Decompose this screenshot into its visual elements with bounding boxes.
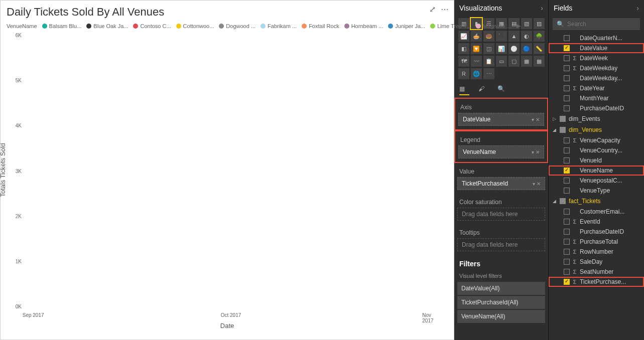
checkbox-icon[interactable] bbox=[564, 249, 570, 255]
field-item[interactable]: ΣDateYear bbox=[549, 83, 644, 93]
viz-type-icon[interactable]: 🔽 bbox=[471, 43, 482, 54]
checkbox-icon[interactable] bbox=[564, 259, 570, 265]
filter-item[interactable]: DateValue(All) bbox=[457, 282, 545, 295]
checkbox-icon[interactable] bbox=[564, 157, 570, 163]
viz-type-icon[interactable]: ⋯ bbox=[483, 68, 494, 79]
legend-item[interactable]: Hornbeam ... bbox=[344, 23, 383, 29]
checkbox-icon[interactable] bbox=[564, 279, 570, 285]
viz-type-icon[interactable]: ◫ bbox=[483, 43, 494, 54]
format-tab-icon[interactable]: 🖌 bbox=[478, 85, 488, 95]
viz-type-icon[interactable]: 📋 bbox=[483, 56, 494, 67]
legend-item[interactable]: Fabrikam ... bbox=[261, 23, 297, 29]
checkbox-icon[interactable] bbox=[564, 85, 570, 91]
checkbox-icon[interactable] bbox=[564, 75, 570, 81]
viz-type-icon[interactable]: ▧ bbox=[521, 18, 532, 29]
checkbox-icon[interactable] bbox=[564, 45, 570, 51]
field-item[interactable]: CustomerEmai... bbox=[549, 207, 644, 217]
viz-type-icon[interactable]: 📏 bbox=[534, 43, 545, 54]
viz-type-icon[interactable]: ▦ bbox=[521, 56, 532, 67]
viz-type-icon[interactable]: ▲ bbox=[508, 31, 520, 42]
field-item[interactable]: VenueName bbox=[549, 165, 644, 176]
viz-type-icon[interactable]: ▨ bbox=[534, 18, 545, 29]
checkbox-icon[interactable] bbox=[564, 105, 570, 111]
viz-type-icon[interactable]: ▢ bbox=[508, 56, 520, 67]
legend-item[interactable]: Dogwood ... bbox=[219, 23, 255, 29]
legend-item[interactable]: Lime Tree T... bbox=[430, 23, 470, 29]
fields-tab-icon[interactable]: ▦ bbox=[459, 85, 469, 95]
tooltips-drop[interactable]: Drag data fields here bbox=[457, 238, 545, 251]
viz-type-icon[interactable]: 📊 bbox=[496, 43, 507, 54]
legend-item[interactable]: Foxtail Rock bbox=[302, 23, 339, 29]
field-item[interactable]: ΣVenueCapacity bbox=[549, 135, 644, 145]
legend-item[interactable]: Balsam Blu... bbox=[42, 23, 82, 29]
viz-type-icon[interactable]: 🌐 bbox=[471, 68, 482, 79]
table-item[interactable]: ◢dim_Venues bbox=[549, 124, 644, 135]
field-item[interactable]: ΣEventId bbox=[549, 217, 644, 227]
legend-item[interactable]: Magnolia ... bbox=[476, 23, 511, 29]
viz-type-icon[interactable]: ◧ bbox=[458, 43, 469, 54]
viz-type-icon[interactable]: ⬛ bbox=[496, 31, 507, 42]
checkbox-icon[interactable] bbox=[564, 137, 570, 143]
checkbox-icon[interactable] bbox=[564, 147, 570, 153]
field-item[interactable]: VenueCountry... bbox=[549, 145, 644, 155]
remove-field-icon[interactable]: ▾ ✕ bbox=[532, 117, 540, 122]
field-item[interactable]: ΣTicketPurchase... bbox=[549, 277, 644, 287]
legend-field[interactable]: VenueName▾ ✕ bbox=[458, 145, 544, 158]
legend-item[interactable]: Blue Oak Ja... bbox=[86, 23, 128, 29]
checkbox-icon[interactable] bbox=[564, 65, 570, 71]
checkbox-icon[interactable] bbox=[564, 188, 570, 194]
viz-type-icon[interactable]: 🌳 bbox=[534, 31, 545, 42]
remove-field-icon[interactable]: ▾ ✕ bbox=[533, 181, 541, 187]
collapse-fields-icon[interactable]: › bbox=[636, 4, 639, 12]
checkbox-icon[interactable] bbox=[564, 219, 570, 225]
viz-type-icon[interactable]: 🔵 bbox=[521, 43, 532, 54]
filter-item[interactable]: VenueName(All) bbox=[457, 310, 545, 323]
legend-item[interactable]: Cottonwoo... bbox=[176, 23, 214, 29]
viz-type-icon[interactable]: ⚪ bbox=[508, 43, 520, 54]
field-item[interactable]: VenueType bbox=[549, 186, 644, 196]
table-item[interactable]: ◢fact_Tickets bbox=[549, 196, 644, 207]
viz-type-icon[interactable]: R bbox=[458, 68, 469, 79]
table-item[interactable]: ▷dim_Events bbox=[549, 113, 644, 124]
legend-scroll-right-icon[interactable]: ▶ bbox=[517, 23, 521, 29]
filter-item[interactable]: TicketPurchaseId(All) bbox=[457, 296, 545, 309]
analytics-tab-icon[interactable]: 🔍 bbox=[497, 85, 507, 95]
more-options-icon[interactable]: ⋯ bbox=[441, 5, 449, 14]
checkbox-icon[interactable] bbox=[564, 95, 570, 101]
saturation-drop[interactable]: Drag data fields here bbox=[457, 208, 545, 221]
checkbox-icon[interactable] bbox=[564, 55, 570, 61]
remove-field-icon[interactable]: ▾ ✕ bbox=[532, 149, 540, 155]
legend-item[interactable]: Contoso C... bbox=[133, 23, 171, 29]
field-item[interactable]: PurchaseDateID bbox=[549, 227, 644, 237]
viz-type-icon[interactable]: ◐ bbox=[521, 31, 532, 42]
viz-type-icon[interactable]: 🗺 bbox=[458, 56, 469, 67]
viz-type-icon[interactable]: 🍩 bbox=[483, 31, 494, 42]
checkbox-icon[interactable] bbox=[564, 35, 570, 41]
legend-item[interactable]: Juniper Ja... bbox=[388, 23, 425, 29]
field-item[interactable]: DateWeekday... bbox=[549, 73, 644, 83]
field-item[interactable]: ΣDateWeekday bbox=[549, 63, 644, 73]
field-item[interactable]: ΣPurchaseTotal bbox=[549, 237, 644, 247]
field-item[interactable]: ΣRowNumber bbox=[549, 247, 644, 257]
fields-search[interactable]: 🔍 bbox=[553, 18, 640, 30]
field-item[interactable]: ΣSeatNumber bbox=[549, 267, 644, 277]
field-item[interactable]: MonthYear bbox=[549, 93, 644, 103]
field-item[interactable]: DateQuarterN... bbox=[549, 33, 644, 43]
checkbox-icon[interactable] bbox=[564, 178, 570, 184]
axis-field[interactable]: DateValue▾ ✕ bbox=[458, 113, 544, 126]
viz-type-icon[interactable]: 〰 bbox=[471, 56, 482, 67]
checkbox-icon[interactable] bbox=[564, 209, 570, 215]
value-field[interactable]: TicketPurchaseId▾ ✕ bbox=[457, 177, 545, 190]
checkbox-icon[interactable] bbox=[564, 239, 570, 245]
checkbox-icon[interactable] bbox=[564, 269, 570, 275]
viz-type-icon[interactable]: ▦ bbox=[534, 56, 545, 67]
checkbox-icon[interactable] bbox=[564, 229, 570, 235]
field-item[interactable]: ΣSaleDay bbox=[549, 257, 644, 267]
checkbox-icon[interactable] bbox=[564, 167, 570, 174]
viz-type-icon[interactable]: 🥧 bbox=[471, 31, 482, 42]
field-item[interactable]: VenuepostalC... bbox=[549, 176, 644, 186]
viz-type-icon[interactable]: ▭ bbox=[496, 56, 507, 67]
field-item[interactable]: ΣDateWeek bbox=[549, 53, 644, 63]
field-item[interactable]: DateValue bbox=[549, 43, 644, 53]
field-item[interactable]: PurchaseDateID bbox=[549, 103, 644, 113]
